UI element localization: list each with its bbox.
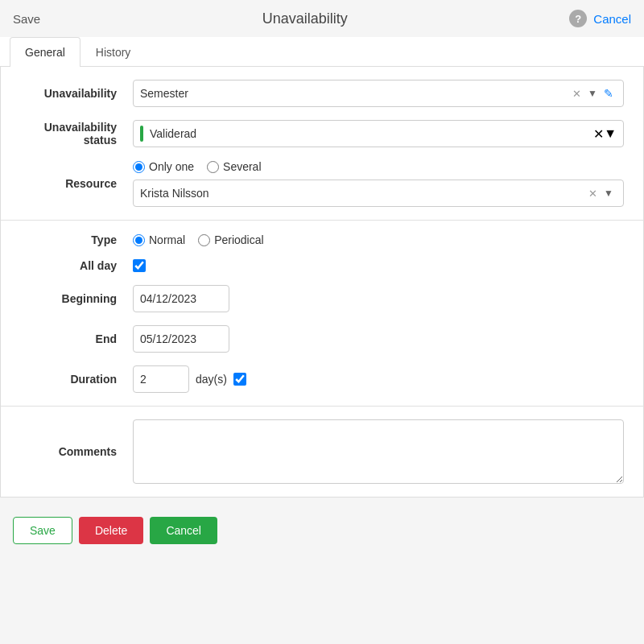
resource-select-wrap: Krista Nilsson ✕ ▼: [133, 180, 624, 207]
section-main: Unavailability Semester ✕ ▼ ✎ Unavailabi…: [1, 67, 643, 221]
type-normal-option[interactable]: Normal: [133, 233, 185, 246]
end-control: [133, 325, 624, 353]
save-button[interactable]: Save: [13, 517, 72, 544]
tabs: General History: [0, 37, 644, 67]
resource-only-one-option[interactable]: Only one: [133, 160, 194, 173]
comments-control: [133, 419, 624, 484]
help-icon[interactable]: ?: [569, 10, 587, 27]
tab-general[interactable]: General: [10, 37, 80, 67]
resource-radio-group: Only one Several: [133, 160, 262, 173]
cancel-button[interactable]: Cancel: [150, 517, 217, 544]
form: Unavailability Semester ✕ ▼ ✎ Unavailabi…: [0, 67, 644, 497]
beginning-control: [133, 285, 624, 312]
resource-dropdown-icon[interactable]: ▼: [601, 188, 617, 199]
type-periodical-radio[interactable]: [198, 234, 210, 246]
end-row: End: [20, 325, 624, 353]
comments-label: Comments: [20, 445, 133, 458]
allday-checkbox[interactable]: [133, 259, 146, 272]
comments-row: Comments: [20, 419, 624, 484]
resource-only-one-radio[interactable]: [133, 161, 145, 173]
resource-control: Only one Several Krista Nilsson ✕ ▼: [133, 160, 624, 207]
unavailability-label: Unavailability: [20, 87, 133, 100]
duration-unit: day(s): [196, 373, 227, 386]
resource-clear-icon[interactable]: ✕: [585, 188, 601, 200]
allday-row: All day: [20, 259, 624, 272]
type-row: Type Normal Periodical: [20, 233, 624, 246]
page-title: Unavailability: [262, 10, 348, 27]
status-select[interactable]: Validerad ✕ ▼: [133, 120, 624, 147]
beginning-label: Beginning: [20, 292, 133, 305]
section-schedule: Type Normal Periodical: [1, 221, 643, 407]
duration-checkbox[interactable]: [233, 373, 246, 386]
type-radio-group: Normal Periodical: [133, 233, 264, 246]
resource-value: Krista Nilsson: [140, 187, 585, 200]
type-periodical-option[interactable]: Periodical: [198, 233, 263, 246]
unavailability-select[interactable]: Semester ✕ ▼ ✎: [133, 80, 624, 107]
delete-button[interactable]: Delete: [79, 517, 143, 544]
duration-input[interactable]: [133, 365, 189, 393]
allday-control: [133, 259, 624, 272]
allday-label: All day: [20, 259, 133, 272]
end-input[interactable]: [133, 325, 229, 353]
unavailability-control: Semester ✕ ▼ ✎: [133, 80, 624, 107]
footer: Save Delete Cancel: [0, 504, 644, 557]
status-control: Validerad ✕ ▼: [133, 120, 624, 147]
resource-only-one-label: Only one: [149, 160, 194, 173]
unavailability-clear-icon[interactable]: ✕: [569, 88, 584, 100]
header-save-button[interactable]: Save: [13, 12, 40, 26]
status-label: Unavailability status: [20, 121, 133, 147]
unavailability-dropdown-icon[interactable]: ▼: [584, 88, 601, 99]
tab-history[interactable]: History: [80, 37, 147, 67]
resource-several-radio[interactable]: [207, 161, 219, 173]
duration-row: Duration day(s): [20, 365, 624, 393]
resource-select[interactable]: Krista Nilsson ✕ ▼: [133, 180, 624, 207]
duration-label: Duration: [20, 373, 133, 386]
header-actions: ? Cancel: [569, 10, 631, 27]
duration-control: day(s): [133, 365, 624, 393]
header-cancel-button[interactable]: Cancel: [593, 12, 631, 26]
section-comments: Comments: [1, 407, 643, 497]
status-clear-icon[interactable]: ✕: [593, 126, 604, 142]
beginning-row: Beginning: [20, 285, 624, 312]
resource-several-label: Several: [223, 160, 261, 173]
type-label: Type: [20, 233, 133, 246]
resource-several-option[interactable]: Several: [207, 160, 261, 173]
header: Save Unavailability ? Cancel: [0, 0, 644, 37]
beginning-input[interactable]: [133, 285, 229, 312]
unavailability-row: Unavailability Semester ✕ ▼ ✎: [20, 80, 624, 107]
type-control: Normal Periodical: [133, 233, 624, 246]
resource-label: Resource: [20, 177, 133, 190]
status-value: Validerad: [150, 127, 593, 140]
end-label: End: [20, 332, 133, 345]
status-indicator: [140, 126, 143, 142]
resource-row: Resource Only one Several: [20, 160, 624, 207]
type-normal-radio[interactable]: [133, 234, 145, 246]
type-periodical-label: Periodical: [214, 233, 263, 246]
unavailability-edit-icon[interactable]: ✎: [601, 87, 617, 100]
unavailability-value: Semester: [140, 87, 569, 100]
status-dropdown-icon[interactable]: ▼: [604, 126, 617, 141]
type-normal-label: Normal: [149, 233, 185, 246]
status-row: Unavailability status Validerad ✕ ▼: [20, 120, 624, 147]
comments-textarea[interactable]: [133, 419, 624, 484]
